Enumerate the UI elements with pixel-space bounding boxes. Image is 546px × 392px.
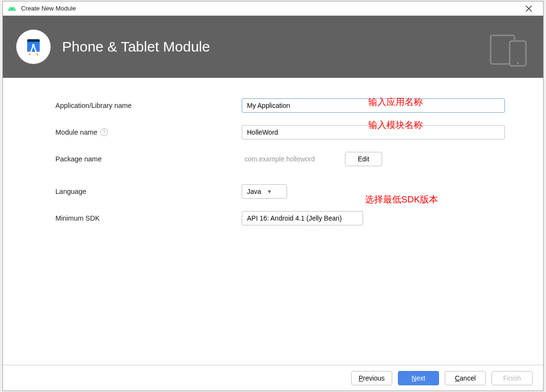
footer-buttons: Previous Next Cancel Finish — [3, 365, 543, 391]
next-button[interactable]: Next — [398, 371, 439, 385]
row-language: Language Java ▼ — [55, 183, 505, 200]
header-title: Phone & Tablet Module — [62, 39, 210, 55]
header-banner: Phone & Tablet Module — [3, 16, 543, 78]
window-title: Create New Module — [21, 5, 519, 12]
previous-button[interactable]: Previous — [351, 371, 392, 385]
input-app-name[interactable] — [242, 98, 505, 113]
row-min-sdk: Minimum SDK API 16: Android 4.1 (Jelly B… — [55, 210, 505, 227]
label-module-name-text: Module name — [55, 128, 97, 136]
form-content: Application/Library name Module name ? P… — [3, 78, 543, 365]
select-language[interactable]: Java ▼ — [242, 184, 287, 199]
label-language: Language — [55, 188, 242, 195]
android-studio-icon — [23, 37, 43, 57]
module-icon-circle — [16, 30, 51, 64]
input-module-name[interactable] — [242, 125, 505, 139]
select-min-sdk[interactable]: API 16: Android 4.1 (Jelly Bean) — [242, 211, 363, 225]
svg-point-3 — [517, 62, 519, 64]
finish-button: Finish — [492, 371, 533, 385]
cancel-button[interactable]: Cancel — [445, 371, 486, 385]
label-min-sdk: Minimum SDK — [55, 214, 242, 222]
chevron-down-icon: ▼ — [267, 189, 272, 194]
dialog-window: Create New Module Phone & Tablet Module — [2, 1, 544, 391]
select-min-sdk-value: API 16: Android 4.1 (Jelly Bean) — [247, 214, 342, 222]
previous-label: revious — [363, 374, 385, 382]
help-icon[interactable]: ? — [100, 128, 108, 136]
edit-package-button[interactable]: Edit — [345, 152, 382, 166]
device-outline-icon — [487, 32, 530, 67]
cancel-label: ancel — [460, 374, 475, 382]
close-button[interactable] — [519, 2, 538, 15]
row-module-name: Module name ? — [55, 124, 505, 141]
android-icon — [8, 4, 16, 13]
select-language-value: Java — [247, 188, 261, 195]
row-app-name: Application/Library name — [55, 97, 505, 114]
label-app-name: Application/Library name — [55, 102, 242, 109]
row-package-name: Package name com.example.holleword Edit — [55, 150, 505, 168]
close-icon — [525, 5, 532, 12]
package-name-display: com.example.holleword — [242, 155, 342, 163]
titlebar[interactable]: Create New Module — [3, 1, 543, 16]
label-module-name: Module name ? — [55, 128, 242, 136]
next-label: ext — [417, 374, 426, 382]
label-package-name: Package name — [55, 155, 242, 163]
